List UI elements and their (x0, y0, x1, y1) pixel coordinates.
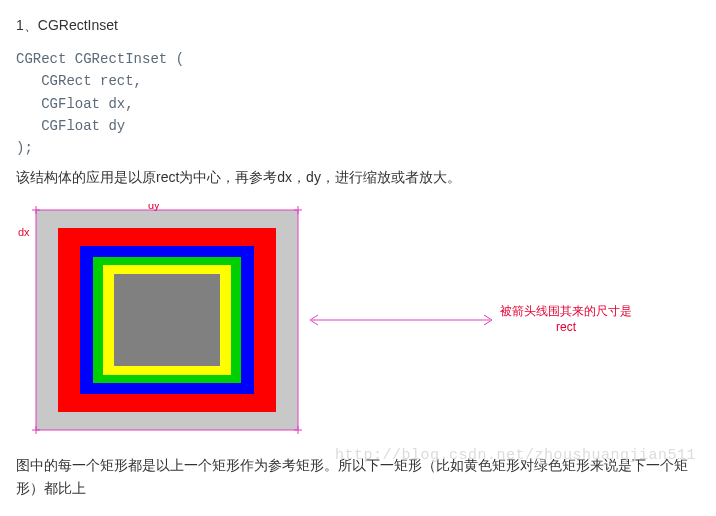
arrow-caption-line2: rect (500, 320, 632, 336)
section-heading: 1、CGRectInset (16, 14, 700, 38)
arrow-icon (306, 310, 496, 330)
svg-rect-13 (114, 274, 220, 366)
dx-label: dx (18, 226, 30, 238)
paragraph-1: 图中的每一个矩形都是以上一个矩形作为参考矩形。所以下一矩形（比如黄色矩形对绿色矩… (16, 454, 700, 502)
arrow-annotation: 被箭头线围其来的尺寸是 rect (306, 304, 632, 335)
diagram-row: dy dx 被箭头线围其来的尺寸是 rect (16, 204, 700, 436)
arrow-caption-line1: 被箭头线围其来的尺寸是 (500, 304, 632, 320)
dy-label: dy (148, 204, 160, 211)
inset-diagram: dy dx (16, 204, 306, 436)
code-block: CGRect CGRectInset ( CGRect rect, CGFloa… (16, 48, 700, 160)
description-text: 该结构体的应用是以原rect为中心，再参考dx，dy，进行缩放或者放大。 (16, 166, 700, 190)
arrow-caption: 被箭头线围其来的尺寸是 rect (500, 304, 632, 335)
